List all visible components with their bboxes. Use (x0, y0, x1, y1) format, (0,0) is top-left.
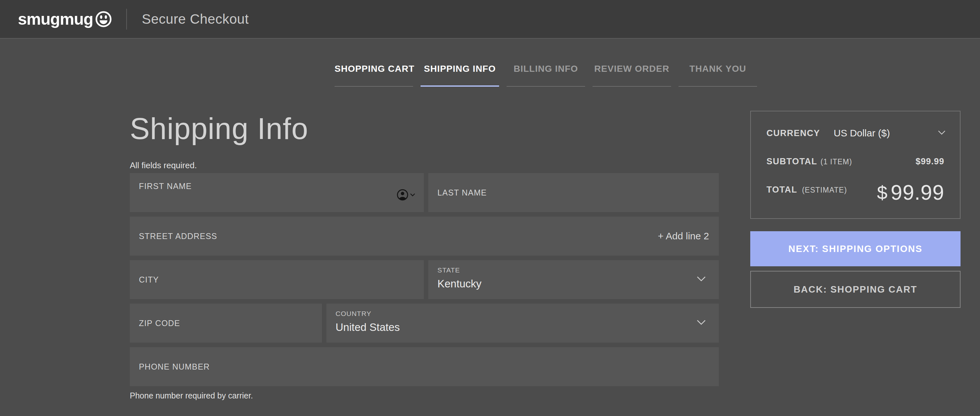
total-labels: TOTAL (ESTIMATE) (767, 182, 847, 195)
form-row-phone: PHONE NUMBER (130, 347, 719, 386)
smugmug-wordmark: smugmug (18, 11, 93, 27)
first-name-field[interactable]: FIRST NAME (130, 173, 424, 212)
tab-shopping-cart[interactable]: SHOPPING CART (334, 64, 413, 87)
street-address-field[interactable]: STREET ADDRESS + Add line 2 (130, 217, 719, 255)
tab-thank-you: THANK YOU (679, 64, 757, 87)
zip-code-field[interactable]: ZIP CODE (130, 304, 322, 343)
order-summary-panel: CURRENCY US Dollar ($) SUBTOTAL (1 ITEM)… (750, 111, 961, 219)
page-title: Shipping Info (130, 113, 308, 145)
country-select[interactable]: COUNTRY United States (326, 304, 719, 343)
add-line-2-link[interactable]: + Add line 2 (658, 231, 709, 242)
last-name-label: LAST NAME (438, 188, 487, 198)
country-chevron-down-icon (697, 320, 706, 327)
checkout-page: smugmug Secure Checkout SHOPPING CART SH… (0, 0, 980, 416)
currency-value: US Dollar ($) (834, 128, 890, 139)
last-name-field[interactable]: LAST NAME (428, 173, 719, 212)
autofill-chevron-down-icon (410, 193, 415, 197)
subtotal-value: $99.99 (915, 156, 944, 167)
all-fields-required-note: All fields required. (130, 161, 197, 171)
state-label: STATE (438, 266, 460, 274)
total-qualifier: (ESTIMATE) (802, 186, 847, 194)
total-label: TOTAL (767, 185, 797, 194)
subtotal-label: SUBTOTAL (767, 156, 818, 167)
subtotal-qualifier: (1 ITEM) (821, 158, 852, 166)
currency-selector[interactable]: CURRENCY US Dollar ($) (767, 128, 946, 139)
total-currency-symbol: $ (877, 182, 888, 202)
shipping-form: FIRST NAME LAST NAME STREET ADD (130, 173, 719, 386)
first-name-label: FIRST NAME (139, 182, 192, 191)
tab-billing-info: BILLING INFO (507, 64, 585, 87)
topbar-divider (126, 9, 127, 30)
autofill-person-icon (396, 189, 409, 201)
state-select[interactable]: STATE Kentucky (428, 260, 719, 299)
country-label: COUNTRY (336, 310, 371, 317)
subtotal-row: SUBTOTAL (1 ITEM) $99.99 (767, 156, 944, 167)
total-value: $ 99.99 (877, 182, 944, 203)
phone-number-field[interactable]: PHONE NUMBER (130, 347, 719, 386)
smugmug-smiley-icon (95, 11, 112, 28)
secure-checkout-title: Secure Checkout (142, 11, 249, 27)
currency-chevron-down-icon (938, 130, 946, 136)
phone-carrier-note: Phone number required by carrier. (130, 391, 253, 400)
currency-label: CURRENCY (767, 128, 820, 138)
state-value: Kentucky (438, 278, 482, 290)
smugmug-logo[interactable]: smugmug (18, 11, 112, 28)
total-row: TOTAL (ESTIMATE) $ 99.99 (767, 182, 944, 203)
form-row-city-state: CITY STATE Kentucky (130, 260, 719, 299)
city-label: CITY (139, 275, 159, 284)
back-shopping-cart-button[interactable]: BACK: SHOPPING CART (750, 271, 961, 308)
tab-shipping-info[interactable]: SHIPPING INFO (420, 64, 499, 87)
city-field[interactable]: CITY (130, 260, 424, 299)
total-amount: 99.99 (891, 182, 944, 203)
phone-number-label: PHONE NUMBER (139, 362, 210, 371)
form-row-street: STREET ADDRESS + Add line 2 (130, 217, 719, 255)
checkout-steps: SHOPPING CART SHIPPING INFO BILLING INFO… (334, 64, 757, 87)
country-value: United States (336, 321, 400, 333)
state-chevron-down-icon (697, 276, 706, 283)
autofill-contact-button[interactable] (396, 189, 415, 201)
top-bar: smugmug Secure Checkout (0, 0, 980, 39)
street-address-label: STREET ADDRESS (139, 231, 217, 241)
next-shipping-options-button[interactable]: NEXT: SHIPPING OPTIONS (750, 231, 961, 266)
form-row-zip-country: ZIP CODE COUNTRY United States (130, 304, 719, 343)
zip-code-label: ZIP CODE (139, 319, 180, 328)
form-row-name: FIRST NAME LAST NAME (130, 173, 719, 212)
tab-review-order: REVIEW ORDER (593, 64, 671, 87)
